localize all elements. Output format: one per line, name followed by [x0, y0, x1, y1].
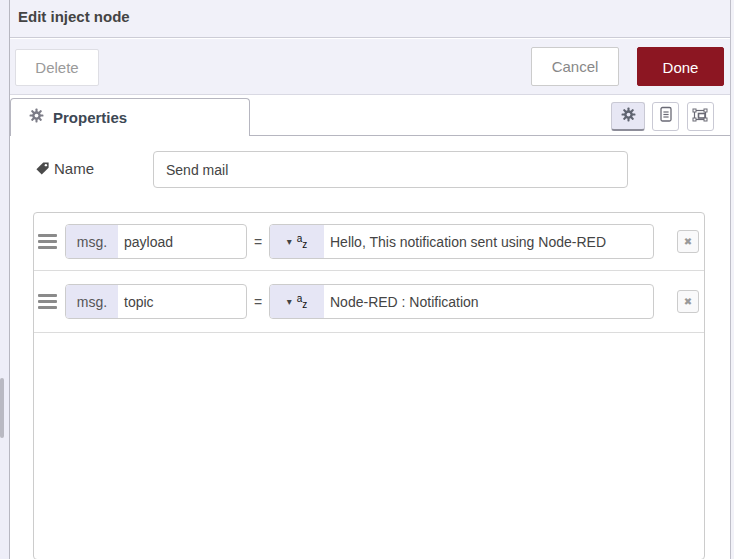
description-view-button[interactable] — [652, 102, 679, 131]
done-button[interactable]: Done — [637, 47, 724, 86]
equals-sign: = — [252, 294, 264, 310]
property-key-input[interactable]: msg. topic — [65, 284, 247, 319]
equals-sign: = — [252, 234, 264, 250]
remove-row-button[interactable]: ✖ — [677, 230, 699, 253]
property-row-payload: msg. payload = ▾ az Hello, This notifica… — [34, 213, 704, 271]
edit-inject-dialog: Edit inject node Delete Cancel Done — [0, 0, 734, 559]
type-select-button[interactable]: ▾ az — [270, 225, 324, 258]
drag-handle-icon[interactable] — [38, 234, 58, 249]
close-icon: ✖ — [684, 236, 692, 247]
close-icon: ✖ — [684, 296, 692, 307]
properties-view-button[interactable] — [611, 102, 645, 131]
property-row-topic: msg. topic = ▾ az Node-RED : Notificatio… — [34, 271, 704, 333]
document-icon — [658, 106, 674, 127]
tab-properties-label: Properties — [53, 109, 127, 126]
chevron-down-icon: ▾ — [287, 296, 292, 307]
gear-icon — [29, 108, 44, 127]
string-type-icon: az — [297, 296, 308, 308]
edit-tray: Edit inject node Delete Cancel Done — [10, 0, 731, 559]
name-input[interactable] — [153, 151, 628, 188]
appearance-icon — [692, 107, 709, 127]
chevron-down-icon: ▾ — [287, 236, 292, 247]
tray-header: Edit inject node — [10, 0, 730, 38]
msg-prefix: msg. — [66, 225, 118, 258]
delete-button[interactable]: Delete — [15, 49, 99, 86]
tray-toolbar: Delete Cancel Done — [10, 39, 730, 95]
property-value[interactable]: Node-RED : Notification — [324, 285, 653, 318]
appearance-view-button[interactable] — [687, 102, 714, 131]
type-select-button[interactable]: ▾ az — [270, 285, 324, 318]
remove-row-button[interactable]: ✖ — [677, 290, 699, 313]
tab-bar: Properties — [10, 95, 730, 136]
gear-icon — [621, 107, 636, 126]
name-label: Name — [54, 160, 94, 177]
string-type-icon: az — [297, 236, 308, 248]
tag-icon — [35, 161, 50, 180]
property-value-input[interactable]: ▾ az Hello, This notification sent using… — [269, 224, 654, 259]
scrollbar-thumb[interactable] — [0, 378, 4, 438]
dialog-title: Edit inject node — [18, 8, 130, 25]
property-name[interactable]: topic — [118, 285, 246, 318]
cancel-button[interactable]: Cancel — [531, 47, 619, 86]
property-name[interactable]: payload — [118, 225, 246, 258]
property-key-input[interactable]: msg. payload — [65, 224, 247, 259]
workspace-edge — [0, 0, 10, 559]
property-value-input[interactable]: ▾ az Node-RED : Notification — [269, 284, 654, 319]
drag-handle-icon[interactable] — [38, 294, 58, 309]
tab-properties[interactable]: Properties — [10, 98, 250, 136]
tab-bar-divider — [250, 135, 730, 136]
property-value[interactable]: Hello, This notification sent using Node… — [324, 225, 653, 258]
msg-prefix: msg. — [66, 285, 118, 318]
inject-properties-list: msg. payload = ▾ az Hello, This notifica… — [33, 212, 705, 559]
